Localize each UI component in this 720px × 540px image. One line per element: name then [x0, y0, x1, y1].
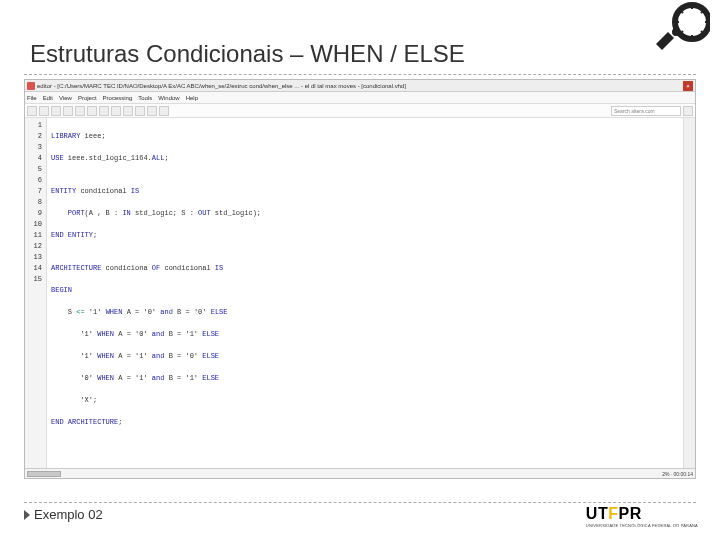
menu-help[interactable]: Help — [186, 95, 198, 101]
toolbar-button[interactable] — [123, 106, 133, 116]
menu-window[interactable]: Window — [158, 95, 179, 101]
editor-body: 123 456 789 101112 131415 LIBRARY ieee; … — [25, 118, 695, 468]
utfpr-logo: UTFPR UNIVERSIDADE TECNOLÓGICA FEDERAL D… — [586, 505, 698, 528]
toolbar-button[interactable] — [39, 106, 49, 116]
menu-processing[interactable]: Processing — [103, 95, 133, 101]
editor-menubar: File Edit View Project Processing Tools … — [25, 92, 695, 104]
toolbar-button[interactable] — [63, 106, 73, 116]
menu-view[interactable]: View — [59, 95, 72, 101]
app-icon — [27, 82, 35, 90]
toolbar-button[interactable] — [135, 106, 145, 116]
divider-top — [24, 74, 696, 75]
code-area[interactable]: LIBRARY ieee; USE ieee.std_logic_1164.AL… — [47, 118, 683, 468]
status-right: 2% · 00:00:14 — [662, 471, 693, 477]
editor-toolbar: Search altera.com — [25, 104, 695, 118]
menu-edit[interactable]: Edit — [43, 95, 53, 101]
dept-logo — [646, 2, 710, 52]
line-gutter: 123 456 789 101112 131415 — [25, 118, 47, 468]
editor-statusbar: 2% · 00:00:14 — [25, 468, 695, 478]
horizontal-scrollbar[interactable] — [27, 471, 61, 477]
svg-point-1 — [672, 28, 680, 36]
search-input[interactable]: Search altera.com — [611, 106, 681, 116]
toolbar-button[interactable] — [159, 106, 169, 116]
titlebar-text: editor - [C:/Users/MARC TEC ID/NAO/Deskt… — [37, 83, 683, 89]
toolbar-button[interactable] — [147, 106, 157, 116]
divider-bottom — [24, 502, 696, 503]
menu-project[interactable]: Project — [78, 95, 97, 101]
toolbar-button[interactable] — [87, 106, 97, 116]
footer-marker-icon — [24, 510, 30, 520]
toolbar-button[interactable] — [75, 106, 85, 116]
toolbar-button[interactable] — [111, 106, 121, 116]
menu-file[interactable]: File — [27, 95, 37, 101]
search-go-button[interactable] — [683, 106, 693, 116]
toolbar-button[interactable] — [51, 106, 61, 116]
close-icon[interactable]: × — [683, 81, 693, 91]
menu-tools[interactable]: Tools — [138, 95, 152, 101]
toolbar-button[interactable] — [27, 106, 37, 116]
slide-title: Estruturas Condicionais – WHEN / ELSE — [24, 40, 696, 68]
vertical-scrollbar[interactable] — [683, 118, 695, 468]
editor-window: editor - [C:/Users/MARC TEC ID/NAO/Deskt… — [24, 79, 696, 479]
toolbar-button[interactable] — [99, 106, 109, 116]
footer-text: Exemplo 02 — [34, 507, 103, 522]
editor-titlebar[interactable]: editor - [C:/Users/MARC TEC ID/NAO/Deskt… — [25, 80, 695, 92]
